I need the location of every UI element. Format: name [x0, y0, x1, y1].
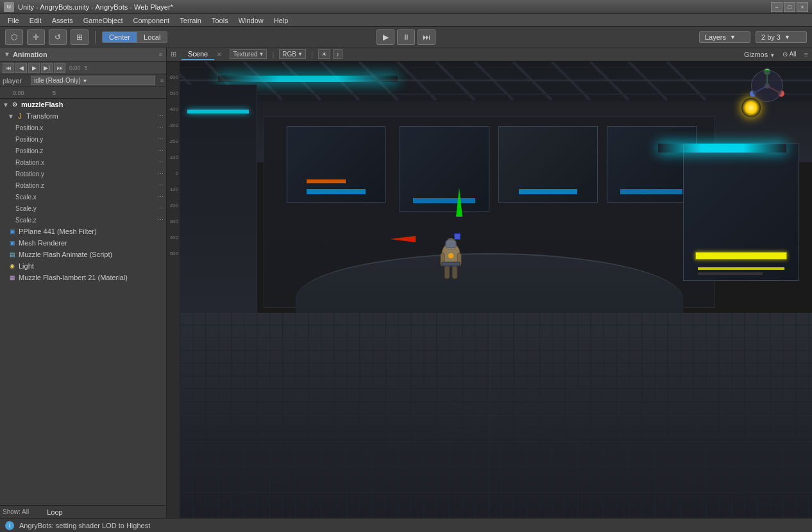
scale-y-item[interactable]: Scale.y ⋯ — [0, 203, 166, 214]
local-button[interactable]: Local — [137, 32, 167, 42]
hierarchy-root-item[interactable]: ⊙ muzzleFlash — [0, 99, 166, 110]
position-z-item[interactable]: Position.z ⋯ — [0, 145, 166, 156]
color-space-dropdown[interactable]: RGB ▼ — [279, 49, 306, 59]
rot-x-dots[interactable]: ⋯ — [158, 159, 164, 165]
lighting-btn[interactable]: ☀ — [318, 49, 330, 59]
hierarchy-panel: ⊙ muzzleFlash J Transform ⋯ Position.x ⋯… — [0, 99, 166, 505]
colorspace-chevron-icon: ▼ — [298, 51, 303, 57]
gizmos-dropdown[interactable]: Gizmos ▼ — [744, 51, 775, 58]
position-x-item[interactable]: Position.x ⋯ — [0, 122, 166, 133]
timeline-start-button[interactable]: ⏮ — [3, 63, 14, 73]
animation-panel-title: Animation — [13, 51, 47, 58]
script-item[interactable]: ▤ Muzzle Flash Animate (Script) — [0, 249, 166, 260]
pplane-item[interactable]: ▣ PPlane 441 (Mesh Filter) — [0, 226, 166, 237]
center-button[interactable]: Center — [103, 32, 137, 42]
scene-tab[interactable]: Scene — [182, 49, 214, 60]
script-icon: ▤ — [8, 250, 17, 259]
main-layout: Animation ≡ ⏮ ◀ ▶ ▶| ⏭ 0:00 5 player idl… — [0, 47, 812, 518]
play-button[interactable]: ▶ — [376, 29, 394, 45]
status-message: AngryBots: setting shader LOD to Highest — [19, 522, 150, 529]
separator-1: | — [272, 51, 274, 58]
rotation-y-item[interactable]: Rotation.y ⋯ — [0, 168, 166, 179]
scene-tab-menu-icon[interactable]: ✕ — [217, 51, 222, 58]
menu-window[interactable]: Window — [233, 15, 269, 26]
timeline-play-button[interactable]: ▶ — [28, 63, 40, 73]
animation-panel-menu-icon[interactable]: ≡ — [159, 51, 162, 58]
separator-2: | — [311, 51, 313, 58]
timeline-prev-button[interactable]: ◀ — [15, 63, 27, 73]
close-button[interactable]: × — [797, 2, 808, 12]
pos-y-dots[interactable]: ⋯ — [158, 136, 164, 142]
hand-tool-button[interactable]: ⬡ — [5, 29, 23, 45]
ruler-zero: 0 — [167, 170, 180, 187]
scale-tool-button[interactable]: ⊞ — [71, 29, 89, 45]
gizmo-circle — [751, 70, 783, 102]
move-tool-button[interactable]: ✛ — [27, 29, 45, 45]
container-center-left — [400, 126, 489, 212]
timeline-frame-label: 0:00 — [69, 65, 81, 71]
pause-button[interactable]: ⏸ — [397, 29, 415, 45]
audio-btn[interactable]: ♪ — [333, 49, 343, 59]
material-item[interactable]: ▦ Muzzle Flash-lambert 21 (Material) — [0, 272, 166, 283]
scale-x-item[interactable]: Scale.x ⋯ — [0, 191, 166, 203]
scene-toolbar: ⊞ Scene ✕ Textured ▼ | RGB ▼ | ☀ ♪ Gizmo… — [167, 47, 812, 62]
menu-file[interactable]: File — [3, 15, 24, 26]
rot-z-dots[interactable]: ⋯ — [158, 182, 164, 188]
menu-gameobject[interactable]: GameObject — [78, 15, 128, 26]
layout-dropdown[interactable]: 2 by 3 ▼ — [756, 31, 807, 43]
scene-panel-menu-icon[interactable]: ≡ — [804, 51, 808, 58]
floor-grating — [167, 313, 812, 518]
title-bar-controls[interactable]: − □ × — [771, 2, 808, 12]
rot-y-dots[interactable]: ⋯ — [158, 170, 164, 177]
menu-edit[interactable]: Edit — [24, 15, 47, 26]
gizmos-chevron-icon: ▼ — [770, 53, 775, 58]
audio-icon: ♪ — [336, 51, 339, 58]
root-expand-icon[interactable] — [3, 101, 9, 108]
rotate-tool-button[interactable]: ↺ — [49, 29, 67, 45]
menu-help[interactable]: Help — [269, 15, 294, 26]
scale-x-dots[interactable]: ⋯ — [158, 194, 164, 200]
layers-dropdown[interactable]: Layers ▼ — [699, 31, 750, 43]
timeline-next-button[interactable]: ▶| — [41, 63, 53, 73]
timeline-end-label: 5 — [85, 65, 88, 71]
position-y-item[interactable]: Position.y ⋯ — [0, 133, 166, 145]
timeline-end-button[interactable]: ⏭ — [54, 63, 65, 73]
gizmo-container: Y X Z — [748, 67, 786, 105]
layout-chevron-icon: ▼ — [784, 34, 790, 40]
hierarchy-transform-item[interactable]: J Transform ⋯ — [0, 110, 166, 122]
scale-y-dots[interactable]: ⋯ — [158, 205, 164, 212]
state-chevron-icon: ▼ — [83, 78, 88, 84]
ruler-minus100: -100 — [167, 154, 180, 170]
pos-x-dots[interactable]: ⋯ — [158, 124, 164, 131]
menu-tools[interactable]: Tools — [207, 15, 233, 26]
scale-z-item[interactable]: Scale.z ⋯ — [0, 214, 166, 226]
rotation-x-item[interactable]: Rotation.x ⋯ — [0, 156, 166, 168]
left-panel: Animation ≡ ⏮ ◀ ▶ ▶| ⏭ 0:00 5 player idl… — [0, 47, 167, 518]
mesh-renderer-item[interactable]: ▣ Mesh Renderer — [0, 237, 166, 249]
pos-z-dots[interactable]: ⋯ — [158, 147, 164, 154]
player-options-icon[interactable]: ≡ — [160, 78, 164, 84]
minimize-button[interactable]: − — [771, 2, 782, 12]
animation-state-dropdown[interactable]: idle (Read-Only) ▼ — [31, 76, 155, 85]
mesh-renderer-label: Mesh Renderer — [19, 239, 67, 247]
character-svg — [432, 235, 470, 287]
scene-view[interactable]: -600 -500 -400 -300 -200 -100 0 100 200 … — [167, 62, 812, 518]
menu-component[interactable]: Component — [128, 15, 174, 26]
scale-z-dots[interactable]: ⋯ — [158, 217, 164, 223]
animation-bottom-bar: Show: All Loop — [0, 505, 166, 518]
toolbar: ⬡ ✛ ↺ ⊞ Center Local ▶ ⏸ ⏭ Layers ▼ 2 by… — [0, 27, 812, 47]
pivot-group: Center Local — [102, 31, 167, 43]
script-label: Muzzle Flash Animate (Script) — [19, 251, 112, 258]
shading-dropdown[interactable]: Textured ▼ — [230, 49, 267, 59]
rotation-z-item[interactable]: Rotation.z ⋯ — [0, 179, 166, 191]
animation-expand-icon[interactable] — [4, 51, 10, 58]
light-item[interactable]: ◉ Light — [0, 260, 166, 272]
transform-dots-icon[interactable]: ⋯ — [158, 113, 164, 119]
step-button[interactable]: ⏭ — [418, 29, 436, 45]
maximize-button[interactable]: □ — [784, 2, 795, 12]
transform-expand-icon[interactable] — [8, 113, 14, 120]
ruler-tick-5: 5 — [53, 90, 92, 96]
transform-label: Transform — [26, 112, 58, 120]
menu-terrain[interactable]: Terrain — [174, 15, 207, 26]
menu-assets[interactable]: Assets — [47, 15, 78, 26]
